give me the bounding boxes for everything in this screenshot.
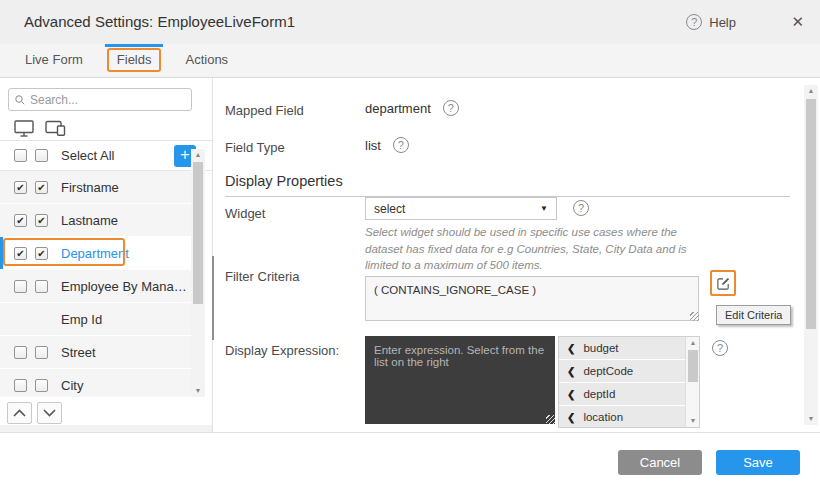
selected-row-indicator: [0, 237, 3, 269]
mobile-checkbox[interactable]: [35, 346, 48, 359]
field-type-label: Field Type: [225, 140, 285, 155]
chevron-down-icon: [43, 409, 56, 417]
select-all-web-checkbox[interactable]: [14, 149, 27, 162]
expression-field-budget[interactable]: ❮ budget: [559, 337, 685, 359]
field-row-label: Firstname: [61, 180, 119, 195]
mapped-field-help-icon[interactable]: ?: [443, 100, 459, 116]
field-row-lastname[interactable]: ✔ ✔ Lastname: [0, 204, 191, 236]
panel-resize-handle[interactable]: [212, 256, 214, 340]
select-all-mobile-checkbox[interactable]: [35, 149, 48, 162]
field-row-label: City: [61, 378, 83, 393]
expression-field-location[interactable]: ❮ location: [559, 406, 685, 428]
mapped-field-label: Mapped Field: [225, 103, 304, 118]
web-checkbox[interactable]: ✔: [14, 214, 27, 227]
search-icon: [15, 94, 25, 106]
save-button[interactable]: Save: [716, 450, 800, 475]
tab-fields[interactable]: Fields: [100, 44, 169, 77]
mobile-devices-icon[interactable]: [45, 120, 66, 136]
web-checkbox[interactable]: ✔: [14, 247, 27, 260]
display-expression-input[interactable]: [365, 336, 555, 424]
scrollbar-thumb[interactable]: [688, 350, 698, 382]
display-properties-heading: Display Properties: [225, 173, 790, 197]
dialog-title: Advanced Settings: EmployeeLiveForm1: [24, 0, 295, 44]
close-icon[interactable]: ✕: [791, 0, 804, 44]
mobile-checkbox[interactable]: ✔: [35, 247, 48, 260]
cancel-button[interactable]: Cancel: [618, 450, 702, 475]
field-row-label: Emp Id: [61, 312, 102, 327]
mobile-checkbox[interactable]: [35, 280, 48, 293]
scroll-down-icon[interactable]: ▼: [191, 385, 205, 397]
sidebar-scrollbar[interactable]: ▲ ▼: [191, 149, 205, 397]
fields-sidebar: Select All + ✔ ✔ Firstname ✔ ✔ Lastname …: [0, 78, 213, 432]
expression-help-icon[interactable]: ?: [712, 340, 728, 356]
move-up-button[interactable]: [7, 402, 32, 424]
edit-criteria-button[interactable]: [710, 270, 736, 296]
field-settings-panel: Mapped Field department ? Field Type lis…: [213, 78, 820, 432]
expression-field-label: deptId: [583, 388, 615, 400]
scrollbar-thumb[interactable]: [193, 162, 203, 304]
dropdown-arrow-icon: ▼: [540, 204, 548, 213]
help-button[interactable]: ? Help: [686, 0, 736, 44]
chevron-left-icon: ❮: [567, 343, 575, 354]
sidebar-bottom-strip: [0, 425, 212, 432]
field-list: ✔ ✔ Firstname ✔ ✔ Lastname ✔ ✔ Departmen…: [0, 171, 191, 397]
mobile-checkbox[interactable]: ✔: [35, 181, 48, 194]
device-toggle-row: [14, 116, 66, 140]
resize-handle[interactable]: [546, 415, 555, 424]
widget-select-value: select: [366, 202, 405, 216]
filter-criteria-input[interactable]: ( CONTAINS_IGNORE_CASE ): [365, 276, 699, 321]
scroll-up-icon[interactable]: ▲: [191, 149, 205, 161]
chevron-up-icon: [13, 409, 26, 417]
expression-field-deptid[interactable]: ❮ deptId: [559, 383, 685, 405]
search-box[interactable]: [8, 88, 192, 111]
expression-field-label: location: [583, 411, 623, 423]
web-checkbox[interactable]: [14, 280, 27, 293]
resize-handle[interactable]: [690, 312, 699, 321]
scroll-up-icon[interactable]: ▲: [686, 337, 700, 349]
tab-live-form[interactable]: Live Form: [8, 44, 100, 77]
expression-list-scrollbar[interactable]: ▲ ▼: [685, 337, 699, 427]
scrollbar-thumb[interactable]: [806, 99, 816, 329]
field-row-employee-by-manager[interactable]: Employee By Mana…: [0, 270, 191, 302]
display-expression-label: Display Expression:: [225, 343, 339, 358]
dialog-header: Advanced Settings: EmployeeLiveForm1 ? H…: [0, 0, 820, 44]
widget-label: Widget: [225, 206, 265, 221]
widget-helper-text: Select widget should be used in specific…: [365, 224, 715, 274]
scroll-up-icon[interactable]: ▲: [804, 85, 818, 97]
tab-actions[interactable]: Actions: [168, 44, 245, 77]
mobile-checkbox[interactable]: ✔: [35, 214, 48, 227]
mobile-checkbox[interactable]: [35, 379, 48, 392]
field-row-label: Department: [61, 246, 129, 261]
field-row-department[interactable]: ✔ ✔ Department: [0, 237, 191, 269]
edit-criteria-tooltip: Edit Criteria: [716, 305, 791, 325]
filter-criteria-label: Filter Criteria: [225, 269, 299, 284]
web-checkbox[interactable]: ✔: [14, 181, 27, 194]
advanced-settings-dialog: Advanced Settings: EmployeeLiveForm1 ? H…: [0, 0, 820, 489]
web-checkbox[interactable]: [14, 346, 27, 359]
field-row-label: Employee By Mana…: [61, 279, 187, 294]
field-row-emp-id[interactable]: Emp Id: [0, 303, 191, 335]
field-row-street[interactable]: Street: [0, 336, 191, 368]
widget-help-icon[interactable]: ?: [573, 200, 589, 216]
field-type-help-icon[interactable]: ?: [393, 137, 409, 153]
field-row-city[interactable]: City: [0, 369, 191, 397]
desktop-icon[interactable]: [14, 120, 34, 137]
expression-fields-list: ❮ budget ❮ deptCode ❮ deptId ❮ location …: [558, 336, 700, 428]
search-input[interactable]: [30, 93, 185, 107]
help-label: Help: [709, 15, 736, 30]
field-row-firstname[interactable]: ✔ ✔ Firstname: [0, 171, 191, 203]
expression-field-label: deptCode: [583, 365, 633, 377]
expression-field-deptcode[interactable]: ❮ deptCode: [559, 360, 685, 382]
active-tab-indicator: [105, 44, 164, 47]
tab-bar: Live Form Fields Actions: [0, 44, 820, 78]
help-icon: ?: [686, 14, 702, 30]
field-row-label: Lastname: [61, 213, 118, 228]
chevron-left-icon: ❮: [567, 389, 575, 400]
move-down-button[interactable]: [37, 402, 62, 424]
web-checkbox[interactable]: [14, 379, 27, 392]
widget-select[interactable]: select ▼: [365, 197, 557, 220]
scroll-down-icon[interactable]: ▼: [804, 413, 818, 425]
scroll-down-icon[interactable]: ▼: [686, 415, 700, 427]
expression-field-label: budget: [583, 342, 618, 354]
main-scrollbar[interactable]: ▲ ▼: [804, 85, 818, 425]
